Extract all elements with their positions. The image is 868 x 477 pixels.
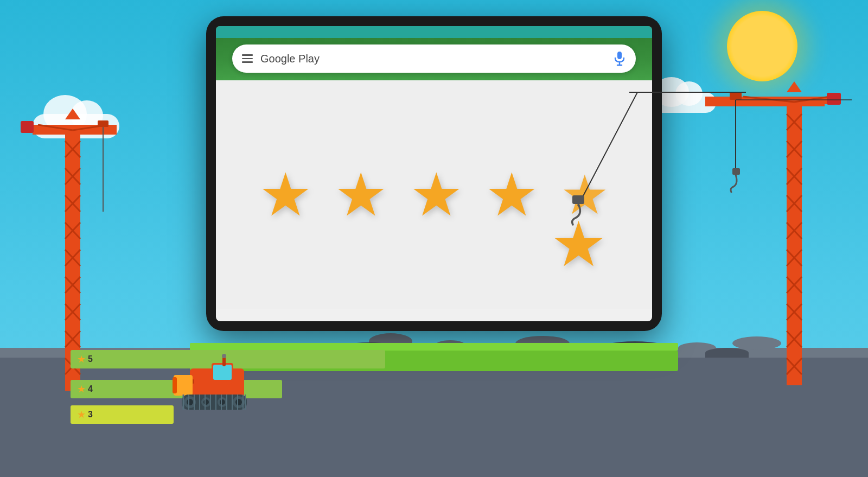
bar-star-4: ★ [77, 383, 86, 395]
star-1: ★ [259, 165, 312, 225]
microphone-icon[interactable] [613, 50, 626, 67]
svg-point-73 [203, 399, 209, 405]
bulldozer [168, 352, 266, 423]
search-bar[interactable]: Google Play [232, 44, 636, 73]
svg-rect-54 [732, 168, 740, 175]
bar-label-5: 5 [88, 354, 93, 364]
star-2: ★ [334, 165, 388, 225]
hamburger-menu[interactable] [242, 54, 253, 63]
svg-point-71 [187, 399, 193, 405]
svg-rect-52 [730, 92, 742, 100]
bar-label-4: 4 [88, 384, 93, 394]
svg-rect-58 [617, 52, 622, 59]
device-phone: Google Play ★ ★ ★ ★ ★ [206, 16, 662, 331]
svg-marker-56 [787, 81, 802, 92]
bar-star-5: ★ [77, 353, 86, 365]
platform-top [190, 343, 678, 351]
screen-content: ★ ★ ★ ★ ★ [216, 80, 652, 309]
svg-rect-27 [787, 103, 802, 385]
svg-point-77 [235, 399, 242, 405]
crane-left [16, 22, 136, 391]
svg-rect-55 [827, 93, 841, 105]
star-3: ★ [410, 165, 463, 225]
svg-rect-63 [213, 365, 232, 380]
star-5: ★ [560, 168, 609, 222]
svg-marker-26 [65, 109, 80, 119]
svg-rect-68 [173, 377, 177, 393]
svg-point-65 [222, 354, 226, 358]
svg-rect-23 [98, 120, 108, 127]
rating-bar-3: ★ 3 [71, 405, 174, 424]
screen-teal-strip [216, 26, 652, 38]
svg-rect-25 [21, 121, 34, 133]
bar-star-3: ★ [77, 409, 86, 421]
star-4: ★ [485, 165, 539, 225]
crane-right [700, 27, 852, 385]
svg-point-75 [220, 399, 225, 405]
device-screen: Google Play ★ ★ ★ ★ ★ [216, 26, 652, 321]
screen-top-bar: Google Play [216, 26, 652, 80]
search-text: Google Play [260, 53, 605, 65]
bar-label-3: 3 [88, 410, 93, 419]
